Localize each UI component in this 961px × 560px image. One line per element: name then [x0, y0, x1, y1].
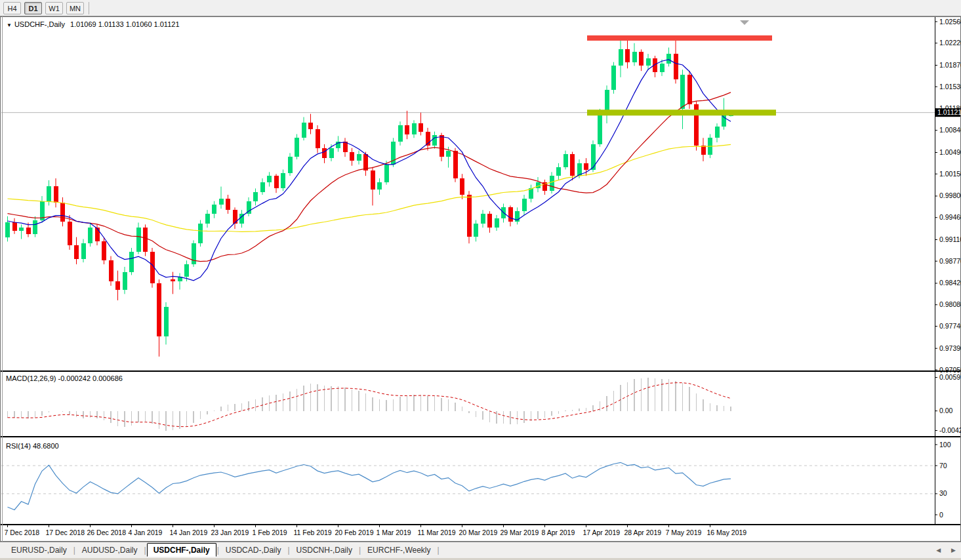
candle-body [295, 138, 299, 157]
candle-body [109, 260, 113, 281]
chart-ohlc-values: 1.01069 1.01133 1.01060 1.01121 [70, 20, 180, 28]
chart-symbol-label: USDCHF-,Daily [14, 20, 65, 28]
tab-divider: | [73, 546, 75, 555]
tab-scroll-left-icon[interactable]: ◀ [936, 547, 941, 553]
macd-axis-label: 0.00597 [939, 373, 961, 381]
candle-body [357, 154, 361, 161]
chart-title: ▼USDCHF-,Daily1.01069 1.01133 1.01060 1.… [7, 20, 180, 28]
ma-fast-line [8, 60, 731, 281]
candle-body [302, 123, 306, 138]
candle-body [171, 279, 175, 281]
candle-body [632, 52, 637, 62]
timeframe-toolbar: H4D1W1MN [0, 0, 961, 16]
date-axis-label: 28 Apr 2019 [624, 529, 662, 536]
candle-body [680, 75, 685, 109]
date-axis-label: 20 Feb 2019 [335, 529, 374, 536]
candle-body [123, 272, 127, 290]
tab-scroll-right-icon[interactable]: ▶ [951, 547, 956, 553]
candle-body [184, 264, 189, 277]
date-axis-label: 7 May 2019 [666, 529, 702, 536]
tab-usdcnh-daily[interactable]: USDCNH-,Daily [291, 544, 358, 556]
current-price-tag-label: 1.01121 [937, 108, 961, 116]
price-chart-canvas[interactable]: 1.025601.022201.018701.015301.011801.008… [0, 16, 961, 542]
price-axis-label: 1.02560 [939, 18, 961, 26]
macd-signal-line [8, 383, 731, 427]
candle-body [563, 154, 568, 167]
tab-eurusd-daily[interactable]: EURUSD-,Daily [5, 544, 73, 556]
candle-body [198, 224, 203, 243]
tab-usdcad-daily[interactable]: USDCAD-,Daily [220, 544, 287, 556]
tab-divider: | [287, 546, 289, 555]
candle-body [432, 135, 437, 145]
tab-divider: | [217, 546, 219, 555]
candle-body [157, 283, 161, 336]
candle-body [19, 228, 24, 231]
candle-body [371, 170, 375, 190]
date-axis-label: 23 Jan 2019 [211, 529, 249, 536]
candle-body [54, 186, 58, 203]
chart-frame [1, 17, 961, 542]
candle-body [550, 176, 554, 191]
candle-body [322, 148, 327, 158]
candle-body [164, 307, 169, 336]
candle-body [102, 241, 106, 260]
rsi-axis-label: 0 [939, 511, 943, 519]
candle-body [412, 123, 417, 134]
chart-window: 1.025601.022201.018701.015301.011801.008… [0, 16, 961, 542]
tab-usdchf-daily[interactable]: USDCHF-,Daily [147, 543, 216, 557]
rsi-axis-label: 70 [939, 462, 947, 470]
candle-body [481, 214, 485, 224]
candle-body [212, 205, 216, 213]
candle-body [611, 66, 616, 90]
tab-eurchf-weekly[interactable]: EURCHF-,Weekly [361, 544, 436, 556]
candle-body [508, 207, 513, 221]
candle-body [88, 228, 92, 243]
candle-body [281, 173, 285, 188]
price-axis-label: 1.00490 [939, 148, 961, 156]
date-axis-label: 16 May 2019 [707, 529, 747, 536]
timeframe-button-h4[interactable]: H4 [3, 2, 21, 14]
chart-dropdown-icon[interactable]: ▼ [7, 22, 12, 28]
candle-body [5, 222, 10, 237]
date-axis-label: 7 Dec 2018 [5, 529, 40, 536]
candle-body [446, 151, 451, 157]
candle-body [419, 123, 423, 132]
ma-slow-line [8, 144, 731, 231]
candle-body [460, 178, 464, 195]
candle-body [316, 129, 320, 148]
date-axis-label: 11 Mar 2019 [418, 529, 456, 536]
price-axis-label: 0.97050 [939, 366, 961, 374]
candle-body [639, 52, 644, 66]
candle-body [47, 186, 51, 201]
price-axis-label: 0.98080 [939, 300, 961, 308]
candle-body [253, 192, 258, 201]
candle-body [74, 245, 79, 259]
candle-body [26, 228, 31, 234]
tab-audusd-daily[interactable]: AUDUSD-,Daily [76, 544, 144, 556]
date-axis-label: 26 Dec 2018 [87, 529, 127, 536]
timeframe-button-d1[interactable]: D1 [24, 2, 42, 14]
candle-body [95, 228, 100, 241]
candle-body [129, 252, 134, 272]
mt4-window: { "toolbar": { "timeframes": [ {"label":… [0, 0, 961, 560]
candle-body [267, 176, 272, 182]
timeframe-buttons: H4D1W1MN [0, 2, 84, 14]
candle-body [405, 125, 409, 134]
date-axis-label: 8 Apr 2019 [542, 529, 575, 536]
candle-body [247, 201, 251, 214]
candle-body [440, 135, 444, 157]
price-axis-label: 1.02220 [939, 39, 961, 47]
price-axis-label: 0.99460 [939, 213, 961, 221]
tab-divider: | [438, 546, 440, 555]
chart-shift-marker-icon[interactable] [740, 20, 749, 25]
candle-body [12, 222, 17, 231]
rsi-axis-label: 30 [939, 489, 947, 497]
candle-body [136, 228, 141, 252]
candle-body [646, 58, 651, 66]
timeframe-button-w1[interactable]: W1 [45, 2, 63, 14]
date-axis-label: 11 Feb 2019 [294, 529, 332, 536]
candle-body [474, 224, 478, 236]
timeframe-button-mn[interactable]: MN [66, 2, 84, 14]
candle-body [619, 49, 623, 66]
tab-divider: | [359, 546, 361, 555]
